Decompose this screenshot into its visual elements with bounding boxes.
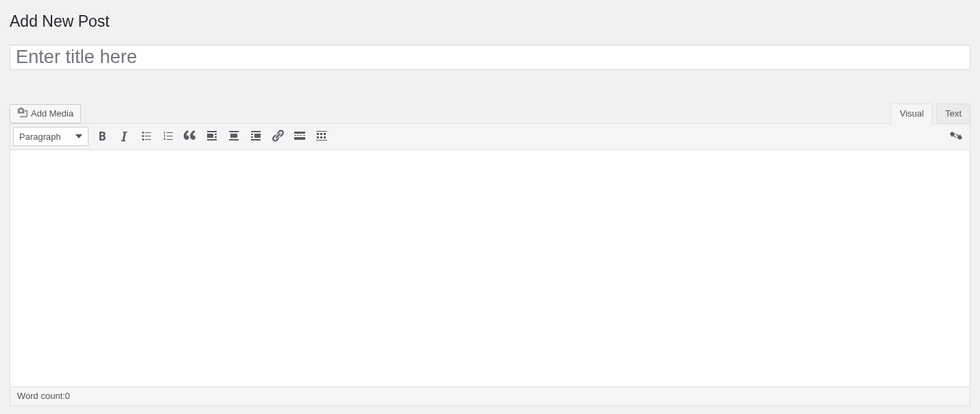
word-count-value: 0 <box>65 391 70 401</box>
media-icon <box>17 107 28 120</box>
tab-visual[interactable]: Visual <box>891 103 933 124</box>
quote-icon <box>183 129 197 145</box>
add-media-label: Add Media <box>31 108 73 119</box>
align-right-icon <box>249 129 263 145</box>
align-right-button[interactable] <box>246 126 266 147</box>
page-title: Add New Post <box>10 5 970 35</box>
word-count-label: Word count: <box>17 391 65 401</box>
more-icon <box>293 129 307 145</box>
editor-container: Add Media Visual Text Paragraph <box>10 103 970 406</box>
align-center-button[interactable] <box>224 126 244 147</box>
bulleted-list-button[interactable] <box>136 126 156 147</box>
blockquote-button[interactable] <box>180 126 200 147</box>
tab-text[interactable]: Text <box>936 103 970 124</box>
add-media-button[interactable]: Add Media <box>10 104 81 123</box>
italic-button[interactable] <box>114 126 134 147</box>
editor-box: Paragraph <box>10 123 970 406</box>
content-editor[interactable] <box>10 150 970 387</box>
insert-link-button[interactable] <box>267 126 288 147</box>
align-center-icon <box>227 129 241 145</box>
title-input[interactable] <box>10 45 970 70</box>
italic-icon <box>117 129 131 145</box>
editor-toolbar: Paragraph <box>10 124 970 150</box>
list-bullet-icon <box>139 129 153 145</box>
toolbar-toggle-button[interactable] <box>311 126 332 147</box>
fullscreen-icon <box>949 129 963 145</box>
status-bar: Word count: 0 <box>10 387 970 405</box>
numbered-list-button[interactable] <box>158 126 178 147</box>
format-select[interactable]: Paragraph <box>13 127 88 146</box>
link-icon <box>271 129 285 145</box>
bold-button[interactable] <box>92 126 112 147</box>
editor-tabs: Visual Text <box>887 103 970 124</box>
insert-more-button[interactable] <box>289 126 310 147</box>
fullscreen-button[interactable] <box>946 126 966 147</box>
media-toolbar-row: Add Media Visual Text <box>10 103 970 123</box>
list-number-icon <box>161 129 175 145</box>
bold-icon <box>95 129 109 145</box>
kitchen-sink-icon <box>315 129 328 145</box>
align-left-button[interactable] <box>202 126 222 147</box>
align-left-icon <box>205 129 219 145</box>
